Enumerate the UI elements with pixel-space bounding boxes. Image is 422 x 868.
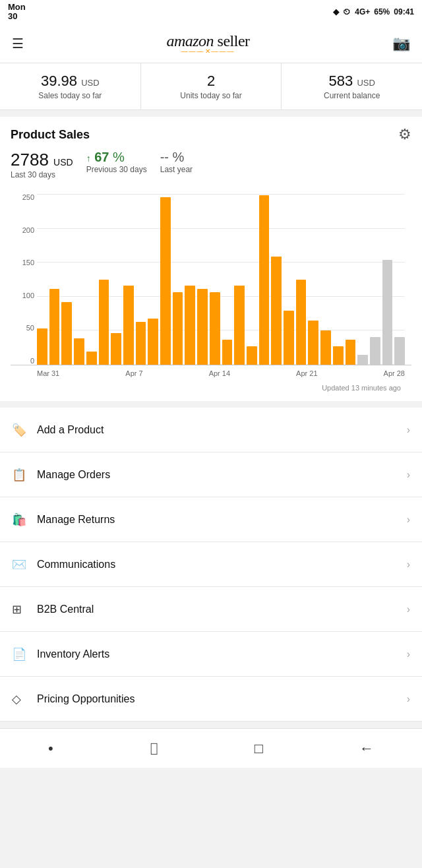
signal-label: 4G+	[355, 7, 370, 16]
menu-item-label-5: Inventory Alerts	[37, 648, 407, 660]
product-sales-section: Product Sales ⚙ 2788 USD Last 30 days ↑ …	[0, 117, 422, 401]
nav-back-button[interactable]: ←	[359, 740, 374, 757]
main-value: 2788 USD	[11, 150, 73, 170]
bar-29	[394, 337, 405, 365]
camera-icon[interactable]: 📷	[392, 35, 410, 52]
y-label-0: 0	[11, 357, 37, 365]
date-display: Mon 30	[8, 3, 26, 22]
bar-21	[296, 280, 307, 365]
menu-item-b2b-central[interactable]: ⊞ B2B Central ›	[0, 587, 422, 632]
menu-item-pricing-opportunities[interactable]: ◇ Pricing Opportunities ›	[0, 677, 422, 722]
units-card: 2 Units today so far	[141, 63, 282, 109]
bar-18	[259, 195, 270, 365]
bar-28	[382, 260, 393, 365]
update-note: Updated 13 minutes ago	[11, 384, 411, 401]
nav-recent-button[interactable]: ⌷	[150, 740, 158, 757]
x-label-1: Mar 31	[37, 369, 59, 377]
balance-value: 583 USD	[288, 73, 415, 90]
menu-item-manage-orders[interactable]: 📋 Manage Orders ›	[0, 452, 422, 497]
balance-label: Current balance	[288, 91, 415, 100]
sales-value: 39.98 USD	[7, 73, 134, 90]
menu-item-add-a-product[interactable]: 🏷️ Add a Product ›	[0, 408, 422, 452]
menu-item-label-4: B2B Central	[37, 604, 407, 615]
bar-1	[49, 289, 60, 365]
units-value: 2	[148, 73, 275, 90]
bar-0	[37, 328, 47, 365]
balance-card: 583 USD Current balance	[282, 63, 422, 109]
lastyear-label: Last year	[160, 165, 193, 174]
bar-4	[86, 352, 97, 365]
alarm-icon: ⏲	[343, 7, 351, 16]
y-label-100: 100	[11, 292, 37, 299]
bar-22	[308, 321, 318, 365]
main-stat: 2788 USD Last 30 days	[11, 150, 73, 179]
main-label: Last 30 days	[11, 170, 73, 179]
x-label-4: Apr 21	[296, 369, 317, 377]
chart-area: 250 200 150 100 50 0	[11, 194, 411, 365]
bar-16	[234, 286, 245, 365]
bar-19	[271, 257, 282, 365]
bar-6	[111, 333, 121, 365]
y-label-150: 150	[11, 259, 37, 266]
menu-item-label-3: Communications	[37, 559, 407, 571]
nav-dot-button[interactable]: •	[48, 740, 53, 757]
x-label-3: Apr 14	[209, 369, 230, 377]
status-icons: ◆ ⏲ 4G+ 65% 09:41	[333, 7, 414, 16]
chevron-right-icon-3: ›	[407, 559, 410, 571]
lastyear-stat: -- % Last year	[160, 150, 193, 174]
menu-item-icon-4: ⊞	[12, 602, 30, 617]
bar-13	[197, 289, 208, 365]
bar-7	[123, 286, 134, 365]
day-label: Mon	[8, 3, 26, 12]
menu-item-manage-returns[interactable]: 🛍️ Manage Returns ›	[0, 497, 422, 542]
status-bar: Mon 30 ◆ ⏲ 4G+ 65% 09:41	[0, 0, 422, 24]
bar-20	[284, 311, 294, 365]
change-value: ↑ 67 %	[86, 150, 147, 165]
chevron-right-icon-0: ›	[407, 424, 410, 436]
bar-24	[333, 346, 344, 365]
bar-5	[99, 280, 109, 365]
menu-item-label-0: Add a Product	[37, 424, 407, 436]
section-header: Product Sales ⚙	[11, 126, 411, 143]
chevron-right-icon-4: ›	[407, 604, 410, 615]
bar-23	[320, 330, 331, 365]
menu-item-communications[interactable]: ✉️ Communications ›	[0, 542, 422, 587]
bottom-nav: • ⌷ □ ←	[0, 728, 422, 768]
section-title: Product Sales	[11, 128, 90, 142]
bar-3	[74, 338, 84, 365]
y-label-50: 50	[11, 325, 37, 332]
menu-item-icon-1: 📋	[12, 468, 30, 482]
x-label-2: Apr 7	[125, 369, 142, 377]
chevron-right-icon-2: ›	[407, 514, 410, 526]
summary-cards: 39.98 USD Sales today so far 2 Units tod…	[0, 63, 422, 110]
bar-11	[173, 292, 183, 365]
menu-item-icon-5: 📄	[12, 647, 30, 662]
sales-label: Sales today so far	[7, 91, 134, 100]
menu-button[interactable]: ☰	[12, 36, 24, 51]
menu-item-inventory-alerts[interactable]: 📄 Inventory Alerts ›	[0, 632, 422, 677]
sales-card: 39.98 USD Sales today so far	[0, 63, 141, 109]
bar-8	[136, 322, 146, 365]
bar-12	[185, 286, 195, 365]
settings-icon[interactable]: ⚙	[398, 126, 411, 143]
lastyear-value: -- %	[160, 150, 193, 165]
bar-27	[370, 337, 380, 365]
bar-15	[222, 340, 233, 365]
change-label: Previous 30 days	[86, 165, 147, 174]
bluetooth-icon: ◆	[333, 7, 339, 16]
x-axis: Mar 31 Apr 7 Apr 14 Apr 21 Apr 28	[11, 365, 411, 384]
bars-wrapper	[37, 194, 405, 365]
bar-2	[61, 302, 72, 365]
time-display: 09:41	[394, 7, 414, 16]
y-label-200: 200	[11, 227, 37, 234]
bar-26	[357, 355, 368, 365]
stats-row: 2788 USD Last 30 days ↑ 67 % Previous 30…	[11, 150, 411, 179]
y-label-250: 250	[11, 194, 37, 201]
nav-home-button[interactable]: □	[255, 740, 263, 757]
menu-item-icon-2: 🛍️	[12, 512, 30, 527]
menu-item-icon-6: ◇	[12, 692, 30, 706]
y-axis: 250 200 150 100 50 0	[11, 194, 37, 365]
app-header: ☰ amazon seller ―――✕――― 📷	[0, 24, 422, 63]
battery-label: 65%	[374, 7, 390, 16]
chevron-right-icon-6: ›	[407, 693, 410, 705]
